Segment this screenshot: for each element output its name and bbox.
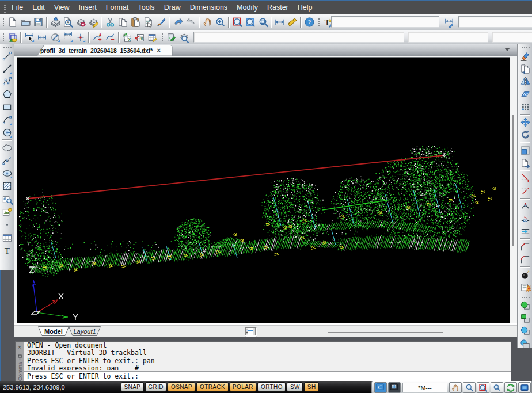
zoom-window-button[interactable] <box>231 16 244 29</box>
dim-style-combo[interactable] <box>458 16 532 28</box>
rotate-button[interactable] <box>519 129 531 141</box>
paste-button[interactable] <box>130 16 142 29</box>
vertex-add-button[interactable]: A <box>92 32 104 43</box>
fillet-button[interactable] <box>519 254 531 266</box>
measure-width-button[interactable] <box>36 32 48 43</box>
offset-button[interactable] <box>519 88 531 100</box>
status-toggle-osnap[interactable]: OSNAP <box>168 382 195 392</box>
revision-cloud-button[interactable] <box>1 142 13 154</box>
menu-help[interactable]: Help <box>293 1 317 14</box>
bring-above-button[interactable] <box>519 325 531 337</box>
ucs-icon-toggle-button[interactable] <box>374 382 387 393</box>
draworder-toolbar-drag-handle[interactable] <box>520 296 530 298</box>
arc-button[interactable] <box>1 114 13 126</box>
make-block-button[interactable] <box>1 193 13 205</box>
measure-field-2[interactable] <box>408 32 488 43</box>
explode-button[interactable] <box>519 269 531 281</box>
command-window-close-icon[interactable]: × <box>16 344 23 350</box>
help-button[interactable]: ? <box>303 16 316 29</box>
cut-button[interactable] <box>104 16 116 29</box>
status-toggle-ortho[interactable]: ORTHO <box>257 382 286 392</box>
model-space-canvas[interactable] <box>17 57 510 323</box>
break-at-point-button[interactable] <box>519 200 531 212</box>
trim-button[interactable] <box>519 172 531 184</box>
format-brush-button[interactable] <box>155 16 168 29</box>
menubar-drag-handle[interactable] <box>3 3 6 13</box>
undo-button[interactable] <box>172 16 184 29</box>
notes-edit-button[interactable] <box>166 32 178 43</box>
measure-ruler-button[interactable] <box>286 16 298 29</box>
print-preview-button[interactable]: A <box>62 16 74 29</box>
status-toggle-polar[interactable]: POLAR <box>230 382 257 392</box>
table-edit-button[interactable] <box>146 32 158 43</box>
line-button[interactable] <box>1 50 13 62</box>
lengthen-button[interactable] <box>519 226 531 238</box>
pan-hand-button[interactable] <box>449 382 462 393</box>
mirror-button[interactable] <box>519 75 531 87</box>
polygon-button[interactable] <box>1 88 13 100</box>
command-input-line[interactable]: Press ESC or ENTER to exit.: <box>24 371 511 381</box>
new-file-button[interactable] <box>7 16 19 29</box>
chamfer-button[interactable] <box>519 241 531 253</box>
zoom-scale-button[interactable] <box>257 16 269 29</box>
status-toggle-otrack[interactable]: OTRACK <box>196 382 228 392</box>
erase-button[interactable] <box>519 50 531 62</box>
menu-modify[interactable]: Modify <box>232 1 263 14</box>
ellipse-button[interactable] <box>1 167 13 180</box>
menu-file[interactable]: File <box>7 1 28 14</box>
command-window-titlebar[interactable]: × Command line <box>16 342 24 381</box>
pan-hand-button[interactable] <box>202 16 214 29</box>
insert-block-button[interactable] <box>1 206 13 218</box>
zoom-window-button[interactable] <box>477 382 489 393</box>
measure-distance-button[interactable] <box>273 16 286 29</box>
zoom-extents-button[interactable] <box>491 382 503 393</box>
copy-button[interactable] <box>117 16 129 29</box>
paste-special-button[interactable] <box>142 16 154 29</box>
horizontal-scrollbar-thumb[interactable] <box>328 332 443 333</box>
spline-button[interactable] <box>1 155 13 167</box>
move-button[interactable] <box>519 116 531 128</box>
pick-measure-button[interactable] <box>24 32 36 43</box>
menu-tools[interactable]: Tools <box>133 1 159 14</box>
annotation-scale-box[interactable]: *M--- <box>402 383 447 392</box>
point-button[interactable] <box>1 219 13 231</box>
polyline-button[interactable] <box>1 75 13 87</box>
named-views-icon[interactable] <box>245 327 257 337</box>
menu-view[interactable]: View <box>50 1 74 14</box>
print-setup-button[interactable] <box>75 16 87 29</box>
vertex-remove-button[interactable] <box>104 32 116 43</box>
plot-edit-button[interactable] <box>88 16 100 29</box>
measure-diameter-button[interactable] <box>49 32 61 43</box>
print-button[interactable] <box>49 16 61 29</box>
stretch-button[interactable] <box>519 157 531 169</box>
rectangle-button[interactable] <box>1 101 13 113</box>
measure-area-button[interactable] <box>62 32 74 43</box>
menu-draw[interactable]: Draw <box>159 1 185 14</box>
table-button[interactable] <box>1 232 13 244</box>
vertical-scrollbar-thumb[interactable] <box>512 115 514 246</box>
status-toggle-snap[interactable]: SNAP <box>121 382 144 392</box>
scale-button[interactable] <box>519 144 531 157</box>
toolbar-drag-handle[interactable] <box>317 17 320 28</box>
status-toggle-sw[interactable]: SW <box>287 382 303 392</box>
measure-field-3[interactable] <box>492 32 532 43</box>
zoom-dynamic-button[interactable] <box>244 16 256 29</box>
send-under-button[interactable] <box>519 338 531 348</box>
excel-export-button[interactable]: X <box>121 32 133 43</box>
zoom-button[interactable] <box>463 382 476 393</box>
command-window-pin-icon[interactable] <box>16 354 23 362</box>
tab-overflow-arrow-icon[interactable] <box>504 48 510 51</box>
document-tab[interactable]: profil_3d_terrain_20260418_153604.dxf* × <box>37 45 173 56</box>
menu-raster[interactable]: Raster <box>263 1 293 14</box>
vertical-scrollbar[interactable] <box>510 56 517 337</box>
array-button[interactable] <box>519 101 531 113</box>
modify-toolbar-drag-handle[interactable] <box>520 46 530 48</box>
menu-insert[interactable]: Insert <box>74 1 101 14</box>
text-button[interactable]: T <box>1 245 13 257</box>
regen-button[interactable] <box>504 382 517 393</box>
toolbar-drag-handle[interactable] <box>2 17 4 28</box>
measure-point-button[interactable] <box>75 32 87 43</box>
menu-format[interactable]: Format <box>101 1 134 14</box>
tab-layout1[interactable]: Layout1 <box>69 326 101 336</box>
document-tab-close-icon[interactable]: × <box>157 48 161 54</box>
